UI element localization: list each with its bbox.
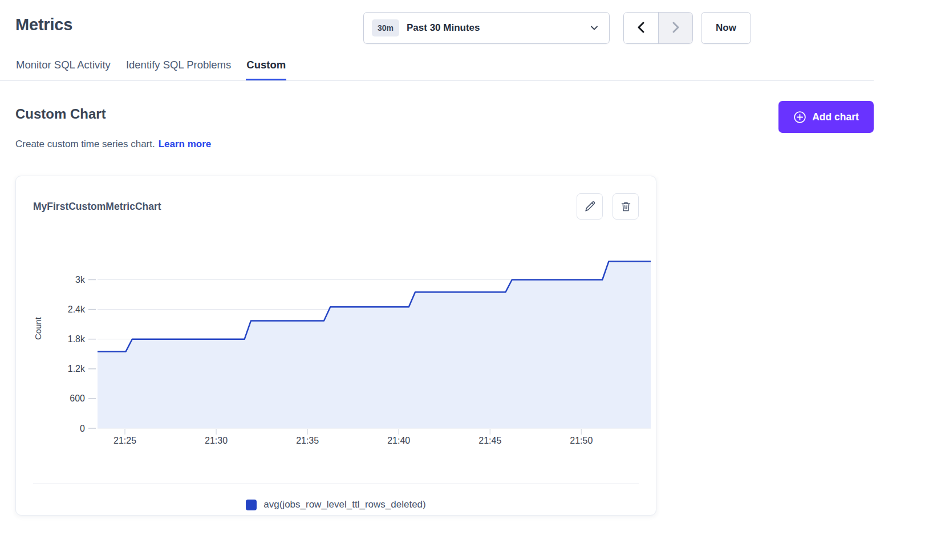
time-range-dropdown[interactable]: 30m Past 30 Minutes [363,12,610,44]
legend-divider [33,484,639,484]
time-range-label: Past 30 Minutes [407,22,480,34]
time-controls: 30m Past 30 Minutes Now [363,12,751,44]
tab-identify-sql-problems[interactable]: Identify SQL Problems [125,58,232,80]
now-button[interactable]: Now [701,12,751,44]
x-tick-label: 21:35 [296,436,319,445]
tab-monitor-sql-activity[interactable]: Monitor SQL Activity [15,58,111,80]
section-title: Custom Chart [15,106,106,122]
page-title: Metrics [15,15,72,34]
add-chart-button[interactable]: Add chart [778,101,874,133]
pencil-icon [584,201,596,213]
x-tick-label: 21:25 [113,436,136,445]
y-tick-label: 600 [70,393,85,403]
x-tick-label: 21:30 [205,436,228,445]
x-tick-label: 21:40 [387,436,410,445]
chart-legend: avg(jobs_row_level_ttl_rows_deleted) [16,499,656,510]
plus-circle-icon [793,111,806,124]
section-description-text: Create custom time series chart. [15,139,155,149]
time-pager [623,12,693,44]
next-range-button[interactable] [658,13,692,43]
y-axis-title: Count [33,316,43,340]
x-tick-label: 21:45 [478,436,501,445]
y-tick-label: 0 [80,424,85,433]
chevron-right-icon [671,21,681,35]
y-tick-label: 2.4k [68,305,86,314]
edit-chart-button[interactable] [577,193,603,220]
y-tick-label: 1.8k [68,334,86,344]
section-description: Create custom time series chart.Learn mo… [15,139,211,150]
series-area [98,261,651,428]
previous-range-button[interactable] [624,13,658,43]
custom-chart-plot: 06001.2k1.8k2.4k3k21:2521:3021:3521:4021… [33,240,655,447]
chevron-left-icon [636,21,646,35]
add-chart-label: Add chart [812,111,859,123]
chevron-down-icon [590,23,599,33]
custom-chart-card: MyFirstCustomMetricChart 06001.2k1.8k2.4… [15,176,656,516]
legend-label: avg(jobs_row_level_ttl_rows_deleted) [263,499,425,510]
chart-title: MyFirstCustomMetricChart [33,201,161,213]
legend-swatch [246,500,257,510]
time-range-badge: 30m [372,19,399,36]
x-tick-label: 21:50 [570,436,593,445]
chart-actions [577,193,639,220]
tabs: Monitor SQL Activity Identify SQL Proble… [0,58,874,81]
trash-icon [620,201,632,213]
y-tick-label: 3k [75,275,86,285]
learn-more-link[interactable]: Learn more [159,139,212,149]
chart-card-header: MyFirstCustomMetricChart [16,176,656,220]
y-tick-label: 1.2k [68,364,86,374]
tab-custom[interactable]: Custom [246,58,286,80]
delete-chart-button[interactable] [613,193,639,220]
